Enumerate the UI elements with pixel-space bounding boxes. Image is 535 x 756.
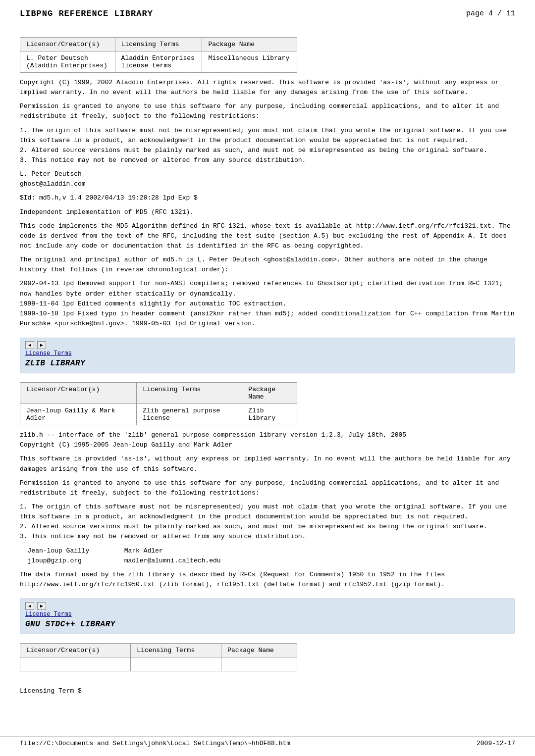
col-header-package-2: Package Name [242,383,297,404]
license-table-3: Licensor/Creator(s) Licensing Terms Pack… [20,643,297,671]
footer-path: file://C:\Documents and Settings\johnk\L… [20,740,290,747]
licensor-cell-1: L. Peter Deutsch(Aladdin Enterprises) [20,51,115,73]
para-zlib-rfc: The data format used by the zlib library… [20,570,515,590]
licensing-cell-1: Aladdin Enterpriseslicense terms [115,51,202,73]
main-content: Licensor/Creator(s) Licensing Terms Pack… [0,23,535,730]
para-rfc-desc: Independent implementation of MD5 (RFC 1… [20,207,515,217]
footer-date: 2009-12-17 [477,740,515,747]
section-title-zlib: ZLIB LIBRARY [25,359,85,368]
para-zlib-restrictions: 1. The origin of this software must not … [20,502,515,542]
col-header-package-1: Package Name [202,38,297,51]
para-principal-author: The original and principal author of md5… [20,255,515,275]
package-cell-1: Miscellaneous Library [202,51,297,73]
license-terms-link-gnu[interactable]: License Terms [25,611,510,618]
page-footer: file://C:\Documents and Settings\johnk\L… [0,736,535,747]
para-zlib-authors: Jean-loup Gailly Mark Adler jloup@gzip.o… [20,546,515,566]
para-history: 2002-04-13 lpd Removed support for non-A… [20,279,515,329]
col-header-package-3: Package Name [221,644,297,657]
licensor-cell-3 [20,657,131,671]
table-row: L. Peter Deutsch(Aladdin Enterprises) Al… [20,51,297,73]
para-zlib-warranty: This software is provided 'as-is', witho… [20,454,515,474]
nav-next-btn-gnu[interactable]: ▶ [37,602,46,610]
licensing-term-footer-text: Licensing Term $ [20,686,515,696]
para-copyright-1: Copyright (C) 1999, 2002 Aladdin Enterpr… [20,78,515,98]
para-zlib-permission: Permission is granted to anyone to use t… [20,478,515,498]
table-row: Jean-loup Gailly & Mark Adler Zlib gener… [20,404,297,425]
section-title-gnu: GNU STDC++ LIBRARY [25,620,115,629]
nav-prev-btn-gnu[interactable]: ◀ [25,602,34,610]
license-table-1: Licensor/Creator(s) Licensing Terms Pack… [20,37,297,73]
section-nav-gnu: ◀ ▶ [25,602,510,610]
license-table-2: Licensor/Creator(s) Licensing Terms Pack… [20,382,297,425]
para-permission-1: Permission is granted to anyone to use t… [20,101,515,121]
nav-prev-btn-zlib[interactable]: ◀ [25,341,34,349]
col-header-licensing-1: Licensing Terms [115,38,202,51]
para-zlib-header: zlib.h -- interface of the 'zlib' genera… [20,430,515,450]
col-header-licensor-3: Licensor/Creator(s) [20,644,131,657]
section-header-gnu: ◀ ▶ License Terms GNU STDC++ LIBRARY [20,599,515,634]
licensing-cell-2: Zlib general purpose license [137,404,242,425]
para-id-tag: $Id: md5.h,v 1.4 2002/04/13 19:20:28 lpd… [20,193,515,203]
licensor-cell-2: Jean-loup Gailly & Mark Adler [20,404,137,425]
para-code-desc: This code implements the MD5 Algorithm d… [20,221,515,251]
col-header-licensor-1: Licensor/Creator(s) [20,38,115,51]
licensing-cell-3 [131,657,221,671]
col-header-licensing-2: Licensing Terms [137,383,242,404]
section-nav-zlib: ◀ ▶ [25,341,510,349]
col-header-licensor-2: Licensor/Creator(s) [20,383,137,404]
nav-next-btn-zlib[interactable]: ▶ [37,341,46,349]
col-header-licensing-3: Licensing Terms [131,644,221,657]
license-terms-link-zlib[interactable]: License Terms [25,350,510,357]
package-cell-3 [221,657,297,671]
package-cell-2: Zlib Library [242,404,297,425]
para-author-1: L. Peter Deutschghost@aladdin.com [20,169,515,189]
page-number: page 4 / 11 [466,9,515,18]
table-row [20,657,297,671]
para-restrictions-1: 1. The origin of this software must not … [20,126,515,166]
section-header-zlib: ◀ ▶ License Terms ZLIB LIBRARY [20,338,515,373]
page-header: LIBPNG REFERENCE LIBRARY page 4 / 11 [0,0,535,23]
document-title: LIBPNG REFERENCE LIBRARY [20,9,153,18]
